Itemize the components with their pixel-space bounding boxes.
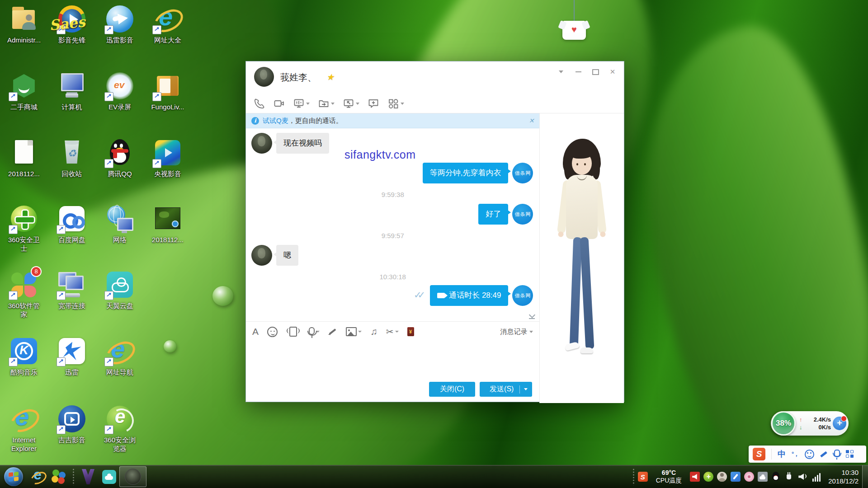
ime-chinese-mode[interactable]: 中 — [778, 449, 786, 460]
tray-qq-penguin-icon[interactable] — [771, 472, 780, 482]
taskbar-internet-explorer[interactable] — [28, 467, 48, 487]
tray-power-plug-icon[interactable] — [784, 472, 794, 482]
voice-call-button[interactable] — [253, 98, 265, 109]
tray-volume-icon[interactable] — [797, 472, 807, 482]
desktop-icon-administrator-folder[interactable]: Administr... — [1, 5, 47, 44]
desktop-icon-jiji-yingyin[interactable]: 吉吉影音 — [49, 404, 95, 444]
desktop-icon-360-browser[interactable]: 360安全浏览器 — [97, 404, 143, 453]
ime-emoji-icon[interactable] — [805, 450, 814, 459]
music-button[interactable] — [370, 326, 377, 337]
window-minimize-icon[interactable] — [571, 67, 585, 77]
desktop-icon-360-software-manager[interactable]: 8 360软件管家 — [1, 270, 47, 319]
desktop-icon-recycle-bin[interactable]: 回收站 — [49, 138, 95, 178]
window-close-icon[interactable] — [606, 67, 619, 77]
image-button[interactable] — [346, 327, 362, 336]
message-history-toggle[interactable]: 消息记录 — [500, 328, 533, 336]
desktop-icon-wangzhi-daohang[interactable]: 网址导航 — [97, 337, 143, 376]
desktop-icon-ershou-shangcheng[interactable]: 二手商城 — [1, 71, 47, 111]
my-avatar[interactable]: 借条网 — [512, 204, 533, 225]
desktop-icon-tencent-qq[interactable]: 腾讯QQ — [97, 138, 143, 178]
desktop-icon-baidu-netdisk[interactable]: 百度网盘 — [49, 204, 95, 244]
red-packet-button[interactable]: ¥ — [407, 327, 414, 336]
send-options-caret[interactable] — [524, 388, 528, 390]
tray-person-icon[interactable] — [717, 472, 727, 482]
video-call-button[interactable] — [273, 98, 285, 109]
taskbar-tianyi-cloud[interactable] — [99, 467, 119, 487]
contact-avatar[interactable] — [254, 67, 274, 87]
taskbar-360-app[interactable] — [48, 467, 69, 487]
ime-toolbox-icon[interactable] — [846, 450, 854, 458]
accelerate-button[interactable] — [833, 417, 846, 430]
desktop-icon-cctv-yingyin[interactable]: 央视影音 — [145, 138, 191, 178]
dropdown-caret-icon[interactable] — [395, 331, 399, 333]
desktop-icon-broadband-connection[interactable]: 宽带连接 — [49, 270, 95, 310]
send-file-button[interactable] — [318, 98, 335, 109]
screenshot-button[interactable] — [386, 326, 399, 337]
net-speed-widget[interactable]: 38% 2.4K/s 0K/s — [771, 411, 849, 436]
window-maximize-icon[interactable] — [589, 67, 602, 77]
tray-cpu-temperature[interactable]: 69°CCPU温度 — [656, 469, 682, 484]
desktop-icon-wangzhi-daquan[interactable]: 网址大全 — [145, 5, 191, 44]
window-titlebar: 莪姓李、 — [246, 61, 624, 94]
memory-percent-ball[interactable]: 38% — [771, 411, 796, 436]
desktop-icon-computer[interactable]: 计算机 — [49, 71, 95, 111]
doodle-button[interactable] — [328, 328, 337, 336]
voice-message-button[interactable] — [309, 329, 320, 335]
dropdown-caret-icon[interactable] — [401, 103, 404, 105]
dropdown-caret-icon[interactable] — [358, 331, 362, 333]
dropdown-caret-icon[interactable] — [306, 103, 310, 105]
taskbar-v-app[interactable] — [78, 467, 99, 487]
desktop-icon-text-document[interactable]: 2018112... — [1, 138, 47, 178]
send-button[interactable]: 发送(S) — [480, 382, 532, 397]
info-icon — [251, 117, 259, 125]
taskbar-qq-window-button[interactable] — [119, 466, 146, 487]
dropdown-caret-icon[interactable] — [356, 103, 359, 105]
desktop: Administr... Saes 影音先锋 迅雷影音 网址大全 二手商城 计算… — [0, 0, 868, 488]
tray-360-shield-icon[interactable] — [703, 472, 713, 482]
desktop-icon-360-safeguard[interactable]: 360安全卫士 — [1, 204, 47, 253]
dropdown-caret-icon[interactable] — [331, 103, 335, 105]
peer-avatar[interactable] — [251, 133, 272, 154]
new-chat-button[interactable] — [368, 98, 379, 109]
desktop-icon-tianyi-cloud[interactable]: 天翼云盘 — [97, 270, 143, 310]
ime-handwriting-icon[interactable] — [820, 450, 828, 458]
call-record-bubble[interactable]: 通话时长 28:49 — [430, 285, 508, 306]
my-avatar[interactable]: 借条网 — [512, 285, 533, 306]
remote-desktop-button[interactable] — [343, 98, 359, 109]
taskbar-clock[interactable]: 10:30 2018/12/2 — [822, 468, 862, 485]
scroll-to-bottom-icon[interactable] — [528, 313, 535, 319]
message-area[interactable]: sifangktv.com 现在视频吗 等两分钟,先穿着内衣 借条网 9:59:… — [246, 128, 539, 321]
tray-sogou-icon[interactable]: S — [638, 472, 648, 482]
sogou-logo[interactable]: S — [753, 448, 765, 460]
desktop-icon-fungolive[interactable]: FungoLiv... — [145, 71, 191, 111]
apps-button[interactable] — [387, 98, 404, 109]
tray-network-signal-icon[interactable] — [811, 472, 822, 482]
desktop-icon-xunlei-yingyin[interactable]: 迅雷影音 — [97, 5, 143, 44]
desktop-icon-video-file[interactable]: 2018112... — [145, 204, 191, 244]
tray-megaphone-icon[interactable] — [690, 472, 700, 482]
qmai-link[interactable]: 试试Q麦 — [263, 117, 288, 125]
desktop-icon-kugou-music[interactable]: K 酷狗音乐 — [1, 337, 47, 376]
window-shake-button[interactable] — [289, 327, 297, 337]
message-input[interactable] — [246, 342, 539, 377]
font-button[interactable] — [252, 326, 259, 337]
start-button[interactable] — [4, 467, 23, 486]
close-button[interactable]: 关闭(C) — [429, 382, 475, 397]
tray-cloud-icon[interactable] — [758, 472, 768, 482]
screen-demo-button[interactable] — [293, 98, 310, 109]
window-pulldown-icon[interactable] — [554, 67, 568, 77]
show-desktop-button[interactable] — [862, 465, 868, 488]
my-avatar[interactable]: 借条网 — [512, 163, 533, 183]
tray-flower-icon[interactable] — [744, 472, 754, 482]
tray-phone-icon[interactable] — [731, 472, 741, 482]
notice-close-icon[interactable] — [529, 117, 534, 124]
desktop-icon-xunlei[interactable]: 迅雷 — [49, 337, 95, 376]
peer-avatar[interactable] — [251, 245, 272, 266]
desktop-icon-yingyin-xianfeng[interactable]: Saes 影音先锋 — [49, 5, 95, 44]
desktop-icon-internet-explorer[interactable]: Internet Explorer — [1, 404, 47, 453]
emoji-button[interactable] — [267, 327, 278, 337]
desktop-icon-network[interactable]: 网络 — [97, 204, 143, 244]
desktop-icon-ev-recorder[interactable]: EV录屏 — [97, 71, 143, 111]
ime-punctuation[interactable]: °， — [792, 450, 799, 458]
ime-voice-icon[interactable] — [834, 450, 840, 457]
